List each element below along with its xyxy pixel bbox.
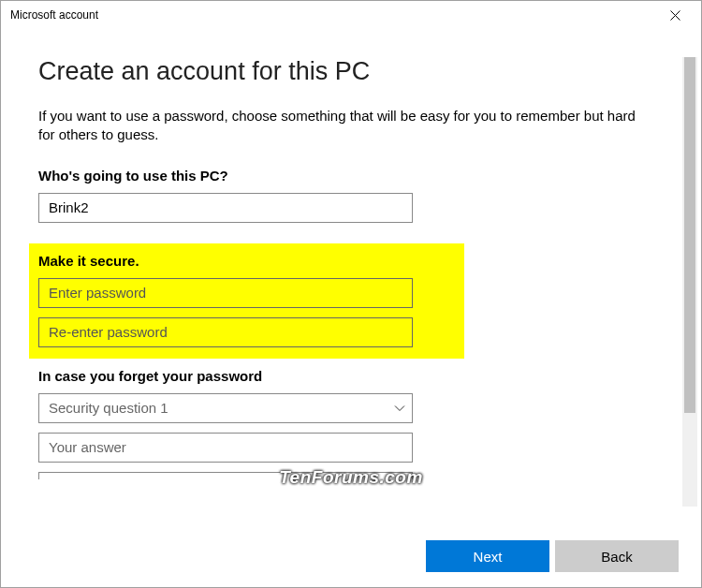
partial-cutoff-input xyxy=(38,472,413,479)
security-section: In case you forget your password Securit… xyxy=(38,368,645,479)
username-input[interactable] xyxy=(38,193,413,223)
security-question-select[interactable]: Security question 1 xyxy=(38,393,413,423)
security-question-value: Security question 1 xyxy=(49,400,168,416)
next-button[interactable]: Next xyxy=(426,540,549,572)
close-icon xyxy=(670,10,680,21)
security-label: In case you forget your password xyxy=(38,368,645,384)
titlebar: Microsoft account xyxy=(1,1,701,29)
back-button[interactable]: Back xyxy=(555,540,679,572)
scrollbar-track[interactable] xyxy=(682,57,697,507)
password-input[interactable] xyxy=(38,278,413,308)
content-area: Create an account for this PC If you wan… xyxy=(1,29,701,587)
password-section: Make it secure. xyxy=(29,243,464,359)
password-label: Make it secure. xyxy=(38,253,455,269)
close-button[interactable] xyxy=(656,2,694,28)
security-answer-input[interactable] xyxy=(38,433,413,463)
window-title: Microsoft account xyxy=(10,8,656,22)
page-description: If you want to use a password, choose so… xyxy=(38,107,645,145)
chevron-down-icon xyxy=(394,404,405,412)
page-title: Create an account for this PC xyxy=(38,57,645,86)
username-label: Who's going to use this PC? xyxy=(38,168,645,184)
reenter-password-input[interactable] xyxy=(38,317,413,347)
button-bar: Next Back xyxy=(426,540,679,572)
scrollbar-thumb[interactable] xyxy=(684,57,695,413)
username-section: Who's going to use this PC? xyxy=(38,168,645,223)
